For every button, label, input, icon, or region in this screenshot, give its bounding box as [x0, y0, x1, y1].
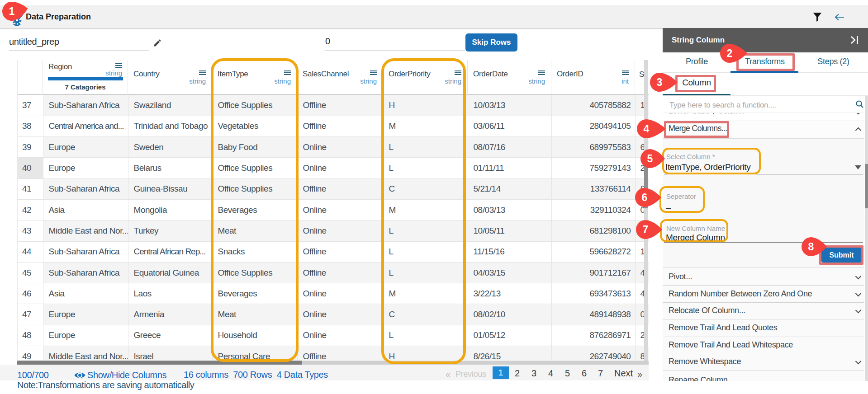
- svg-text:5: 5: [647, 153, 653, 164]
- svg-text:4: 4: [644, 123, 650, 135]
- svg-text:3: 3: [657, 76, 663, 88]
- svg-text:8: 8: [808, 241, 814, 253]
- svg-text:1: 1: [9, 5, 15, 17]
- svg-text:2: 2: [727, 47, 733, 59]
- svg-text:7: 7: [643, 224, 649, 235]
- svg-text:6: 6: [642, 192, 648, 203]
